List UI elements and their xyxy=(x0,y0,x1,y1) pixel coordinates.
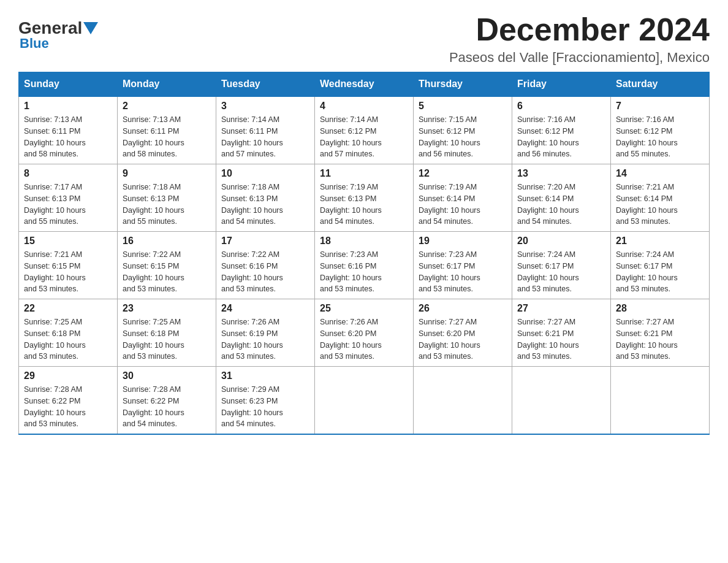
calendar-day-cell: 31Sunrise: 7:29 AMSunset: 6:23 PMDayligh… xyxy=(216,367,315,435)
day-info: Sunrise: 7:28 AMSunset: 6:22 PMDaylight:… xyxy=(24,384,112,430)
day-number: 31 xyxy=(221,370,309,381)
day-of-week-header: Wednesday xyxy=(315,72,414,97)
calendar-day-cell: 8Sunrise: 7:17 AMSunset: 6:13 PMDaylight… xyxy=(19,164,118,232)
day-number: 30 xyxy=(123,370,211,381)
calendar-day-cell: 17Sunrise: 7:22 AMSunset: 6:16 PMDayligh… xyxy=(216,232,315,299)
calendar-day-cell: 12Sunrise: 7:19 AMSunset: 6:14 PMDayligh… xyxy=(414,164,512,232)
calendar-week-row: 29Sunrise: 7:28 AMSunset: 6:22 PMDayligh… xyxy=(19,367,710,435)
day-number: 3 xyxy=(221,101,309,112)
day-info: Sunrise: 7:23 AMSunset: 6:16 PMDaylight:… xyxy=(320,249,408,295)
day-info: Sunrise: 7:20 AMSunset: 6:14 PMDaylight:… xyxy=(517,182,605,228)
day-number: 20 xyxy=(517,236,605,247)
calendar-day-cell: 6Sunrise: 7:16 AMSunset: 6:12 PMDaylight… xyxy=(512,96,611,164)
title-block: December 2024 Paseos del Valle [Fraccion… xyxy=(449,12,710,66)
day-info: Sunrise: 7:16 AMSunset: 6:12 PMDaylight:… xyxy=(517,114,605,160)
calendar-day-cell: 16Sunrise: 7:22 AMSunset: 6:15 PMDayligh… xyxy=(118,232,216,299)
calendar-day-cell: 28Sunrise: 7:27 AMSunset: 6:21 PMDayligh… xyxy=(611,299,710,367)
day-number: 11 xyxy=(320,168,408,179)
day-info: Sunrise: 7:28 AMSunset: 6:22 PMDaylight:… xyxy=(123,384,211,430)
day-info: Sunrise: 7:24 AMSunset: 6:17 PMDaylight:… xyxy=(517,249,605,295)
day-number: 23 xyxy=(123,303,211,314)
day-info: Sunrise: 7:22 AMSunset: 6:16 PMDaylight:… xyxy=(221,249,309,295)
calendar-day-cell: 13Sunrise: 7:20 AMSunset: 6:14 PMDayligh… xyxy=(512,164,611,232)
day-info: Sunrise: 7:17 AMSunset: 6:13 PMDaylight:… xyxy=(24,182,112,228)
calendar-week-row: 15Sunrise: 7:21 AMSunset: 6:15 PMDayligh… xyxy=(19,232,710,299)
day-number: 18 xyxy=(320,236,408,247)
day-info: Sunrise: 7:21 AMSunset: 6:15 PMDaylight:… xyxy=(24,249,112,295)
calendar-day-cell: 23Sunrise: 7:25 AMSunset: 6:18 PMDayligh… xyxy=(118,299,216,367)
day-info: Sunrise: 7:21 AMSunset: 6:14 PMDaylight:… xyxy=(616,182,704,228)
day-of-week-header: Thursday xyxy=(414,72,512,97)
logo-blue-text: Blue xyxy=(20,36,99,52)
day-of-week-header: Sunday xyxy=(19,72,118,97)
calendar-day-cell: 5Sunrise: 7:15 AMSunset: 6:12 PMDaylight… xyxy=(414,96,512,164)
day-info: Sunrise: 7:14 AMSunset: 6:11 PMDaylight:… xyxy=(221,114,309,160)
day-number: 25 xyxy=(320,303,408,314)
month-title: December 2024 xyxy=(449,12,710,47)
day-number: 10 xyxy=(221,168,309,179)
day-info: Sunrise: 7:18 AMSunset: 6:13 PMDaylight:… xyxy=(221,182,309,228)
day-number: 8 xyxy=(24,168,112,179)
day-info: Sunrise: 7:23 AMSunset: 6:17 PMDaylight:… xyxy=(419,249,507,295)
day-info: Sunrise: 7:27 AMSunset: 6:21 PMDaylight:… xyxy=(517,316,605,362)
day-info: Sunrise: 7:24 AMSunset: 6:17 PMDaylight:… xyxy=(616,249,704,295)
day-info: Sunrise: 7:15 AMSunset: 6:12 PMDaylight:… xyxy=(419,114,507,160)
day-number: 9 xyxy=(123,168,211,179)
day-info: Sunrise: 7:16 AMSunset: 6:12 PMDaylight:… xyxy=(616,114,704,160)
day-of-week-header: Friday xyxy=(512,72,611,97)
calendar-day-cell: 4Sunrise: 7:14 AMSunset: 6:12 PMDaylight… xyxy=(315,96,414,164)
calendar-day-cell: 1Sunrise: 7:13 AMSunset: 6:11 PMDaylight… xyxy=(19,96,118,164)
day-number: 22 xyxy=(24,303,112,314)
day-info: Sunrise: 7:26 AMSunset: 6:20 PMDaylight:… xyxy=(320,316,408,362)
day-number: 19 xyxy=(419,236,507,247)
day-number: 29 xyxy=(24,370,112,381)
day-number: 14 xyxy=(616,168,704,179)
day-info: Sunrise: 7:19 AMSunset: 6:13 PMDaylight:… xyxy=(320,182,408,228)
day-info: Sunrise: 7:26 AMSunset: 6:19 PMDaylight:… xyxy=(221,316,309,362)
logo-triangle-icon xyxy=(83,22,98,34)
calendar-day-cell: 3Sunrise: 7:14 AMSunset: 6:11 PMDaylight… xyxy=(216,96,315,164)
day-number: 17 xyxy=(221,236,309,247)
calendar-day-cell xyxy=(512,367,611,435)
calendar-day-cell: 22Sunrise: 7:25 AMSunset: 6:18 PMDayligh… xyxy=(19,299,118,367)
calendar-day-cell: 9Sunrise: 7:18 AMSunset: 6:13 PMDaylight… xyxy=(118,164,216,232)
day-number: 5 xyxy=(419,101,507,112)
day-of-week-header: Saturday xyxy=(611,72,710,97)
calendar-day-cell: 2Sunrise: 7:13 AMSunset: 6:11 PMDaylight… xyxy=(118,96,216,164)
calendar-week-row: 1Sunrise: 7:13 AMSunset: 6:11 PMDaylight… xyxy=(19,96,710,164)
day-number: 4 xyxy=(320,101,408,112)
day-number: 16 xyxy=(123,236,211,247)
day-number: 15 xyxy=(24,236,112,247)
calendar-day-cell: 18Sunrise: 7:23 AMSunset: 6:16 PMDayligh… xyxy=(315,232,414,299)
day-info: Sunrise: 7:25 AMSunset: 6:18 PMDaylight:… xyxy=(123,316,211,362)
day-info: Sunrise: 7:27 AMSunset: 6:21 PMDaylight:… xyxy=(616,316,704,362)
day-number: 12 xyxy=(419,168,507,179)
logo: General Blue xyxy=(18,18,99,52)
day-number: 26 xyxy=(419,303,507,314)
day-info: Sunrise: 7:14 AMSunset: 6:12 PMDaylight:… xyxy=(320,114,408,160)
day-number: 28 xyxy=(616,303,704,314)
calendar-day-cell: 20Sunrise: 7:24 AMSunset: 6:17 PMDayligh… xyxy=(512,232,611,299)
day-of-week-header: Tuesday xyxy=(216,72,315,97)
calendar-day-cell: 7Sunrise: 7:16 AMSunset: 6:12 PMDaylight… xyxy=(611,96,710,164)
location-subtitle: Paseos del Valle [Fraccionamiento], Mexi… xyxy=(449,50,710,66)
day-info: Sunrise: 7:13 AMSunset: 6:11 PMDaylight:… xyxy=(24,114,112,160)
calendar-week-row: 8Sunrise: 7:17 AMSunset: 6:13 PMDaylight… xyxy=(19,164,710,232)
day-number: 21 xyxy=(616,236,704,247)
day-number: 27 xyxy=(517,303,605,314)
calendar-header-row: SundayMondayTuesdayWednesdayThursdayFrid… xyxy=(19,72,710,97)
calendar-week-row: 22Sunrise: 7:25 AMSunset: 6:18 PMDayligh… xyxy=(19,299,710,367)
day-info: Sunrise: 7:18 AMSunset: 6:13 PMDaylight:… xyxy=(123,182,211,228)
day-of-week-header: Monday xyxy=(118,72,216,97)
day-info: Sunrise: 7:25 AMSunset: 6:18 PMDaylight:… xyxy=(24,316,112,362)
day-info: Sunrise: 7:13 AMSunset: 6:11 PMDaylight:… xyxy=(123,114,211,160)
calendar-day-cell: 30Sunrise: 7:28 AMSunset: 6:22 PMDayligh… xyxy=(118,367,216,435)
day-info: Sunrise: 7:19 AMSunset: 6:14 PMDaylight:… xyxy=(419,182,507,228)
day-info: Sunrise: 7:22 AMSunset: 6:15 PMDaylight:… xyxy=(123,249,211,295)
page-header: General Blue December 2024 Paseos del Va… xyxy=(18,12,710,66)
day-number: 6 xyxy=(517,101,605,112)
day-number: 24 xyxy=(221,303,309,314)
calendar-day-cell: 14Sunrise: 7:21 AMSunset: 6:14 PMDayligh… xyxy=(611,164,710,232)
calendar-day-cell xyxy=(611,367,710,435)
day-number: 2 xyxy=(123,101,211,112)
